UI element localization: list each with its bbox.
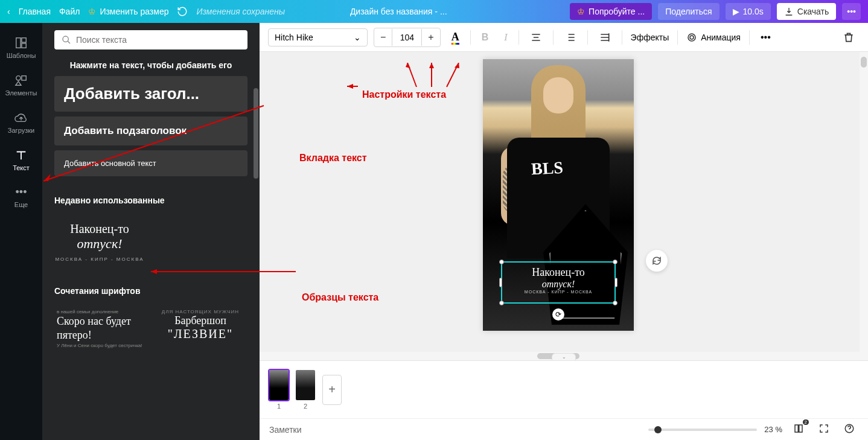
resize-menu[interactable]: ♔Изменить размер — [88, 7, 168, 16]
page-tab-handle[interactable]: ⌄ — [552, 353, 576, 360]
templates-icon — [14, 36, 28, 49]
save-status: Изменения сохранены — [196, 7, 285, 16]
refresh-button[interactable] — [646, 250, 668, 272]
resize-handle-l[interactable] — [499, 278, 502, 287]
page-thumb-1[interactable] — [269, 370, 289, 400]
bottom-bar: Заметки 23 % 2 — [260, 418, 868, 440]
grid-icon — [793, 423, 804, 434]
svg-point-3 — [16, 76, 21, 80]
scroll-thumb-v[interactable] — [861, 57, 867, 68]
page-thumb-1-wrap: 1 — [269, 370, 289, 410]
undo-button[interactable] — [177, 6, 188, 17]
trash-icon — [843, 31, 855, 43]
svg-marker-9 — [347, 84, 353, 89]
size-decrease-button[interactable]: − — [374, 28, 392, 46]
annotation-text-settings: Настройки текста — [362, 89, 446, 100]
page-number: 1 — [277, 403, 281, 410]
bold-button[interactable]: B — [477, 28, 494, 46]
document-title[interactable]: Дизайн без названия - ... — [350, 7, 447, 16]
canvas-viewport[interactable]: BLS Наконец-то отпуск! МОСКВА - КИПР - М… — [260, 52, 868, 360]
divider — [470, 30, 471, 45]
toolbar-more-button[interactable]: ••• — [756, 28, 776, 46]
help-button[interactable] — [840, 421, 858, 439]
top-bar: ‹ Главная Файл ♔Изменить размер Изменени… — [0, 0, 868, 23]
resize-handle-bl[interactable] — [499, 301, 504, 305]
file-menu[interactable]: Файл — [59, 7, 80, 16]
resize-handle-tl[interactable] — [499, 260, 504, 264]
play-button[interactable]: ▶10.0s — [726, 3, 771, 20]
try-pro-button[interactable]: ♔Попробуйте ... — [570, 3, 652, 20]
canvas-area: Hitch Hike ⌄ − + A B I Эффекты Анимация — [260, 23, 868, 440]
notes-button[interactable]: Заметки — [269, 425, 302, 435]
svg-rect-4 — [22, 76, 26, 80]
add-page-button[interactable]: + — [322, 375, 342, 405]
rotate-handle[interactable]: ⟳ — [552, 308, 564, 320]
font-size-input[interactable] — [392, 29, 422, 46]
resize-handle-r[interactable] — [614, 278, 617, 287]
sidepanel-scrollbar[interactable] — [254, 88, 258, 179]
pages-grid-button[interactable]: 2 — [790, 421, 808, 439]
main-area: Шаблоны Элементы Загрузки Текст ••• Еще … — [0, 23, 868, 440]
back-chevron[interactable]: ‹ — [7, 7, 10, 16]
nav-more[interactable]: ••• Еще — [0, 179, 42, 215]
animation-button[interactable]: Анимация — [684, 28, 743, 46]
svg-line-14 — [447, 63, 459, 87]
share-button[interactable]: Поделиться — [658, 3, 719, 20]
recent-text-thumb[interactable]: Наконец-то отпуск! МОСКВА - КИПР - МОСКВ… — [54, 212, 145, 272]
list-icon — [564, 31, 576, 43]
footer: 1 2 + Заметки 23 % 2 — [260, 360, 868, 440]
size-increase-button[interactable]: + — [422, 28, 439, 46]
nav-uploads[interactable]: Загрузки — [0, 104, 42, 141]
side-panel: Нажмите на текст, чтобы добавить его Доб… — [42, 23, 260, 440]
add-subheading-button[interactable]: Добавить подзаголовок — [54, 116, 247, 145]
search-input[interactable] — [76, 35, 240, 45]
home-link[interactable]: Главная — [19, 7, 51, 16]
add-body-button[interactable]: Добавить основной текст — [54, 150, 247, 176]
annotation-arrow — [413, 63, 450, 93]
resize-handle-tr[interactable] — [613, 260, 617, 264]
nav-label: Загрузки — [8, 127, 34, 134]
align-button[interactable] — [525, 28, 547, 47]
svg-rect-0 — [16, 38, 21, 48]
spacing-button[interactable] — [594, 28, 616, 47]
text-color-button[interactable]: A — [447, 27, 464, 47]
search-box[interactable] — [54, 30, 247, 49]
effects-button[interactable]: Эффекты — [628, 29, 672, 46]
svg-point-5 — [63, 36, 68, 42]
add-heading-button[interactable]: Добавить загол... — [54, 76, 247, 112]
nav-text[interactable]: Текст — [0, 141, 42, 179]
page-number: 2 — [304, 403, 307, 410]
nav-label: Шаблоны — [7, 52, 36, 59]
add-text-hint: Нажмите на текст, чтобы добавить его — [54, 60, 247, 70]
card-small: ДЛЯ НАСТОЯЩИХ МУЖЧИН — [156, 309, 245, 314]
card-line2: "ЛЕЗВИЕ" — [156, 327, 245, 341]
list-button[interactable] — [560, 28, 581, 47]
selected-text-box[interactable]: Наконец-то отпуск! МОСКВА - КИПР - МОСКВ… — [501, 261, 616, 304]
italic-button[interactable]: I — [499, 28, 512, 46]
font-card-1[interactable]: в нашей семьи дополнение Скоро нас будет… — [54, 303, 148, 354]
fullscreen-button[interactable] — [815, 421, 833, 439]
zoom-slider[interactable] — [648, 429, 757, 431]
align-icon — [530, 31, 542, 43]
zoom-knob[interactable] — [654, 426, 662, 433]
delete-button[interactable] — [838, 28, 860, 47]
more-menu-button[interactable]: ••• — [842, 3, 861, 20]
resize-handle-br[interactable] — [613, 301, 617, 305]
divider — [519, 30, 519, 45]
annotation-text-samples: Образцы текста — [302, 292, 378, 303]
canvas-scroll-v[interactable] — [860, 52, 868, 360]
download-button[interactable]: Скачать — [777, 3, 837, 20]
spacing-icon — [599, 31, 611, 43]
nav-templates[interactable]: Шаблоны — [0, 29, 42, 66]
left-nav: Шаблоны Элементы Загрузки Текст ••• Еще — [0, 23, 42, 440]
page-thumb-2[interactable] — [296, 370, 315, 400]
font-dropdown[interactable]: Hitch Hike ⌄ — [268, 28, 368, 46]
nav-elements[interactable]: Элементы — [0, 66, 42, 104]
font-card-2[interactable]: ДЛЯ НАСТОЯЩИХ МУЖЧИН Барбершоп "ЛЕЗВИЕ" — [153, 303, 247, 354]
text-line2: отпуск! — [502, 279, 614, 290]
cloud-upload-icon — [14, 111, 28, 124]
design-page[interactable]: BLS Наконец-то отпуск! МОСКВА - КИПР - М… — [483, 59, 634, 331]
chevron-down-icon: ⌄ — [354, 33, 361, 42]
text-icon — [14, 148, 28, 162]
svg-point-6 — [690, 36, 694, 39]
